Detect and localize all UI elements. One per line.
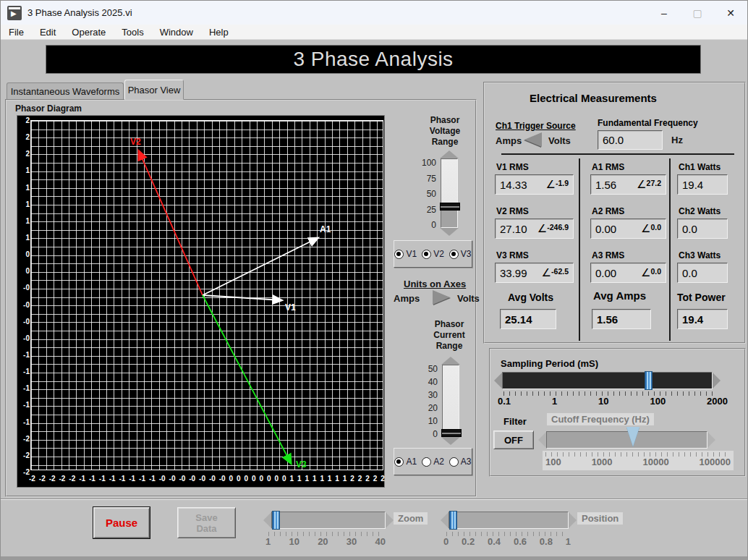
slider-left-arrow[interactable] [494,373,502,389]
zoom-track[interactable] [271,512,386,529]
radio-a3[interactable]: A3 [449,457,472,467]
tab-instantaneous-waveforms[interactable]: Instantaneous Waveforms [7,82,124,100]
radio-v3[interactable]: V3 [449,249,472,259]
x-tick-label: -1 [99,475,106,483]
menu-operate[interactable]: Operate [64,27,114,38]
ch3-watts-field[interactable]: 0.0 [677,263,728,283]
ch1-watts-field[interactable]: 19.4 [677,174,728,195]
position-handle[interactable] [449,511,457,530]
voltage-range-handle[interactable] [440,203,460,211]
avg-volts-field[interactable]: 25.14 [500,309,556,329]
current-range-slider[interactable]: 50403020100 [422,357,460,445]
v2-rms-field[interactable]: 27.10 ∠-246.9 [495,219,574,239]
current-range-handle[interactable] [441,429,462,437]
slider-down-arrow[interactable] [441,437,460,445]
sampling-track[interactable] [502,372,713,389]
v2-rms-value: 27.10 [500,223,527,235]
zoom-handle[interactable] [272,511,280,530]
slider-left-arrow[interactable] [263,512,271,528]
avg-amps-field[interactable]: 1.56 [592,309,651,329]
angle-icon: ∠ [641,266,650,279]
minimize-button[interactable]: – [647,1,681,25]
phasor-diagram-plot[interactable]: 2221111100-0-0-0-0-1-1-1-1-1-2-2-2 V2A1V… [17,115,385,488]
units-switch[interactable] [433,290,450,305]
tot-power-field[interactable]: 19.4 [677,309,728,329]
ch2-watts-field[interactable]: 0.0 [677,219,728,239]
v1-rms-field[interactable]: 14.33 ∠-1.9 [495,174,574,195]
position-track[interactable] [449,512,569,529]
a3-rms-value: 0.00 [595,267,616,279]
fundamental-frequency-field[interactable]: 60.0 [598,130,663,150]
a1-angle: 27.2 [647,179,661,187]
cutoff-scale: 100100010000100000 [543,451,734,470]
slider-up-arrow[interactable] [441,357,460,365]
sampling-handle[interactable] [645,371,653,390]
radio-icon[interactable] [449,457,459,467]
cutoff-tick-labels: 100100010000100000 [545,457,731,467]
voltage-range-track[interactable] [441,158,458,228]
x-tick-label: 2 [381,475,385,483]
slider-right-arrow[interactable] [707,432,715,448]
y-tick-label: 2 [25,134,30,141]
radio-icon[interactable] [394,457,404,467]
angle-icon: ∠ [641,222,650,235]
x-tick-label: 1 [313,475,317,483]
slider-right-arrow[interactable] [713,373,721,389]
slider-right-arrow[interactable] [569,512,577,528]
close-button[interactable]: ✕ [714,1,747,25]
slider-right-arrow[interactable] [386,512,394,528]
radio-icon[interactable] [422,250,431,259]
slider-left-arrow[interactable] [538,432,546,448]
tick-label: 10 [428,416,438,426]
save-data-button[interactable]: Save Data [177,507,236,538]
slider-up-arrow[interactable] [440,150,459,158]
divider [501,153,734,155]
measurements-title: Electrical Measurements [506,92,680,104]
v1-rms-label: V1 RMS [496,162,529,172]
x-tick-label: -1 [119,475,125,483]
ch1-watts-label: Ch1 Watts [679,162,721,172]
radio-a2[interactable]: A2 [422,457,444,467]
menu-file[interactable]: File [1,27,32,38]
radio-label: V1 [406,249,417,259]
slider-down-arrow[interactable] [440,228,459,236]
filter-off-button[interactable]: OFF [493,430,534,449]
radio-v1[interactable]: V1 [394,249,417,259]
radio-v2[interactable]: V2 [422,249,444,259]
tick-label: 0.2 [462,536,475,547]
tick-label: 20 [428,403,438,413]
a1-rms-field[interactable]: 1.56 ∠27.2 [590,174,666,195]
current-range-track[interactable] [442,365,459,437]
radio-icon[interactable] [422,457,431,467]
v3-angle: -62.5 [551,267,569,276]
menu-tools[interactable]: Tools [114,27,151,38]
tab-phasor-view[interactable]: Phasor View [124,80,184,100]
cutoff-frequency-label: Cutoff Frequency (Hz) [547,413,654,425]
radio-a1[interactable]: A1 [394,457,417,467]
x-tick-label: -0 [169,475,176,483]
pause-button[interactable]: Pause [93,507,150,538]
x-tick-label: -2 [39,475,46,483]
trigger-source-switch[interactable] [524,132,542,147]
slider-left-arrow[interactable] [441,512,449,528]
menu-window[interactable]: Window [152,27,201,38]
phasor-vector-v2 [139,151,203,295]
zoom-slider[interactable] [263,512,394,529]
sampling-slider[interactable] [494,372,721,389]
menu-help[interactable]: Help [201,27,237,38]
cutoff-pointer[interactable] [626,427,639,446]
position-slider[interactable] [441,512,577,529]
tick-label: 25 [427,205,436,215]
maximize-button[interactable]: ▢ [681,1,714,25]
menu-edit[interactable]: Edit [32,27,64,38]
phasor-vector-label-v1: V1 [285,302,296,313]
v3-rms-field[interactable]: 33.99 ∠-62.5 [495,263,574,283]
x-tick-label: 0 [237,475,241,483]
voltage-range-slider[interactable]: 1007550250 [420,150,459,236]
a3-rms-field[interactable]: 0.00 ∠0.0 [590,263,666,283]
menu-bar: File Edit Operate Tools Window Help [1,25,747,40]
radio-icon[interactable] [449,250,459,259]
radio-icon[interactable] [394,250,404,259]
a2-rms-field[interactable]: 0.00 ∠0.0 [590,219,666,239]
tick-label: 50 [428,364,438,374]
